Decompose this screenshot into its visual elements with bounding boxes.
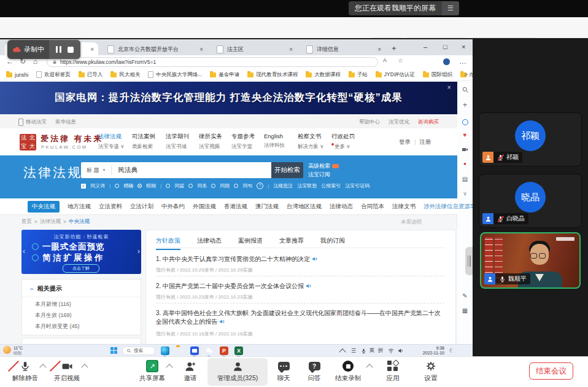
sidebar-more-icon[interactable]: ∨ [457, 190, 473, 197]
utility-link-buy[interactable]: 咨询购买 [418, 119, 439, 126]
radio-scope[interactable] [234, 184, 238, 188]
bookmark-item[interactable]: JYD评估认证 [376, 71, 415, 79]
radio-exact[interactable] [115, 184, 119, 188]
excel-app-icon[interactable]: X [234, 346, 243, 355]
category-tab[interactable]: 外国法规 [193, 203, 216, 211]
profile-avatar[interactable] [443, 58, 450, 65]
window-close-button[interactable]: × [462, 43, 465, 50]
radio-scope[interactable] [211, 184, 215, 188]
article-title[interactable]: 1. 中共中央关于认真学习宣传贯彻党的二十大精神的决定 [156, 255, 442, 264]
edge-app-icon[interactable] [161, 346, 169, 355]
nav-col-practice[interactable]: 律所实务法宝视频 [199, 133, 231, 150]
nav-col-documents[interactable]: 检察文书解决方案 ∨ [298, 133, 330, 150]
volume-icon[interactable] [398, 345, 404, 356]
register-link[interactable]: 注册 [419, 138, 431, 146]
level-header[interactable]: − 效力级别 [22, 338, 141, 344]
sidebar-add-icon[interactable]: + [457, 101, 473, 109]
utility-link[interactable]: 移动法宝 [26, 119, 47, 126]
nav-col-journals[interactable]: 法学期刊法宝书城 [166, 133, 198, 150]
category-tab[interactable]: 合同范本 [361, 203, 384, 211]
subscribe-link[interactable]: 法宝订阅 [308, 171, 330, 179]
category-tab[interactable]: 澳门法规 [255, 203, 279, 211]
weather-icon[interactable] [3, 346, 11, 354]
carousel-right-icon[interactable]: › [137, 247, 140, 256]
window-minimize-button[interactable]: – [424, 43, 427, 50]
ime-language[interactable]: 英 [369, 345, 378, 356]
pkulaw-logo-seal[interactable]: 法北 宝大 [20, 134, 36, 150]
participant-video-tile[interactable]: 魏顺平 [480, 232, 581, 289]
category-tab-active[interactable]: 中央法规 [28, 201, 60, 213]
window-maximize-button[interactable]: □ [443, 43, 447, 50]
browser-tab[interactable]: 详细信息 × [302, 42, 385, 57]
search-extra-link[interactable]: 法规批注 [273, 182, 293, 189]
taskbar-clock[interactable]: 9:38 2022-11-10 [410, 346, 444, 356]
breadcrumb-item[interactable]: 首页 [21, 218, 32, 225]
chat-button[interactable]: 聊天 [270, 360, 297, 383]
sidebar-camera-icon[interactable] [457, 146, 473, 153]
bookmark-item[interactable]: 民大相关 [110, 71, 140, 79]
bookmarks-overflow-icon[interactable]: > [464, 71, 468, 78]
breadcrumb-item[interactable]: 法律法规 [40, 218, 61, 225]
browser-menu-icon[interactable]: … [459, 57, 466, 66]
stop-recording-button[interactable]: 结束录制 [330, 360, 366, 383]
tab-close-icon[interactable]: × [90, 46, 94, 53]
ime-mode[interactable]: 拼 [378, 345, 387, 356]
tab-close-icon[interactable]: × [199, 46, 203, 53]
nav-col-penal[interactable]: 行政处罚更多 ∨ [331, 133, 363, 150]
sidebar-promo-card[interactable]: 法宝新功能：秒速检索 一眼式全面预览 简洁扩展操作 点击了解 ‹ › [21, 230, 141, 274]
sidebar-dot-icon[interactable]: ● [457, 161, 473, 166]
record-options-caret[interactable] [366, 364, 373, 370]
promo-banner[interactable]: 国家电网：提升法治数字化管理能力 打造央企法治数字化转型“硬核”成果 × [0, 82, 457, 114]
nav-col-topics[interactable]: 专题参考法宝学堂 [231, 133, 263, 150]
tray-mic-icon[interactable] [361, 345, 366, 356]
bookmark-item[interactable]: 欢迎标签页 [36, 71, 71, 79]
tips-header[interactable]: − 相关提示 [22, 280, 141, 297]
bookmark-item[interactable]: 中央民族大学网络... [148, 71, 202, 79]
tips-item[interactable]: 本月生效 (169) [22, 308, 141, 319]
powerpoint-app-icon[interactable]: P [220, 346, 228, 355]
pause-recording-button[interactable] [56, 46, 61, 53]
participant-tile[interactable]: 晓晶 白晓晶 [479, 174, 582, 228]
article-title[interactable]: 3. 高举中国特色社会主义伟大旗帜 为全面建设社会主义现代化国家而团结奋斗——在… [156, 309, 442, 326]
bookmark-item[interactable]: 国际组织 [423, 71, 452, 79]
bookmark-item[interactable]: 大数据课程 [306, 71, 341, 79]
search-extra-link[interactable]: 法宝联想 [297, 182, 317, 189]
article-title[interactable]: 2. 中国共产党第二十届中央委员会第一次全体会议公报 [156, 282, 442, 291]
sidebar-collections-icon[interactable]: ▤ [457, 176, 473, 182]
radio-fuzzy-selected[interactable] [137, 184, 142, 188]
login-link[interactable]: 登录 [399, 138, 411, 146]
audio-icon[interactable] [312, 256, 317, 262]
carousel-left-icon[interactable]: ‹ [23, 247, 25, 256]
browser-tab[interactable]: 法主区 × [212, 42, 297, 57]
category-tab[interactable]: 中外条约 [161, 203, 185, 211]
search-box[interactable]: 标 题 ▼ 民法典 [81, 162, 271, 178]
weather-temp[interactable]: 11°C [14, 346, 23, 350]
share-screen-button[interactable]: ↗ 共享屏幕 [134, 360, 171, 383]
sidebar-grid-icon[interactable]: ▦ [457, 307, 473, 314]
tray-expand-icon[interactable] [340, 345, 345, 356]
category-tab-foreign[interactable]: 涉外法律信息资源导引 [424, 203, 473, 211]
address-bar[interactable]: https://www.pkulaw.com/law?isFromV5=1 [47, 57, 378, 67]
collapse-icon[interactable]: − [30, 286, 34, 292]
banner-close-icon[interactable]: × [447, 84, 451, 91]
taskbar-search[interactable]: 搜索 [122, 346, 155, 355]
radio-scope[interactable] [166, 184, 170, 188]
end-meeting-button[interactable]: 结束会议 [529, 362, 573, 380]
nav-col-english[interactable]: English法律科技 [264, 133, 296, 149]
utility-link[interactable]: 英华信息 [55, 119, 76, 126]
audio-icon[interactable] [306, 283, 311, 289]
participant-tile[interactable]: 祁颖 祁颖 [479, 112, 582, 166]
tips-item[interactable]: 本月新增 (116) [22, 297, 141, 308]
bookmark-item[interactable]: junshi [6, 72, 28, 78]
focus-assist-moon-icon[interactable]: ☾ [449, 345, 454, 356]
viewer-banner-menu-icon[interactable]: ☰ [442, 1, 459, 15]
start-video-button[interactable]: 开启视频 [49, 360, 85, 383]
start-button[interactable] [110, 347, 118, 354]
qa-button[interactable]: ? 问答 [302, 360, 327, 383]
apps-button[interactable]: 应用 [379, 360, 406, 383]
tray-lines-icon[interactable]: ☰ [351, 345, 356, 356]
sidebar-search-icon[interactable] [457, 86, 473, 93]
category-tab[interactable]: 立法计划 [130, 203, 153, 211]
bookmark-item[interactable]: 子站 [349, 71, 368, 79]
sidebar-discover-icon[interactable] [457, 117, 473, 128]
